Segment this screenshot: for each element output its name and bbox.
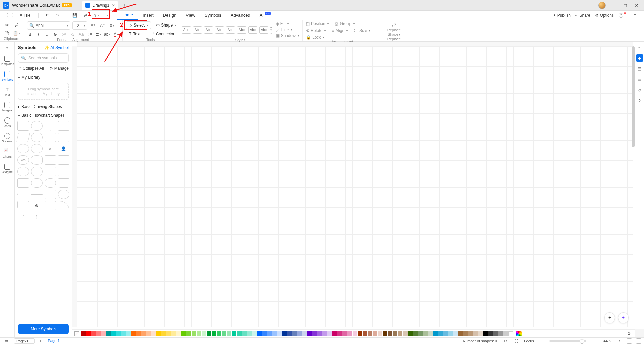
styles-down-icon[interactable]: ▾ — [270, 28, 272, 32]
text-tool[interactable]: TText▾ — [126, 30, 147, 38]
color-swatch[interactable] — [398, 331, 402, 336]
shape-data[interactable] — [16, 133, 30, 142]
color-swatch[interactable] — [337, 331, 342, 336]
ai-symbol-button[interactable]: ✨AI Symbol — [44, 45, 69, 50]
color-swatch[interactable] — [433, 331, 438, 336]
color-swatch[interactable] — [488, 331, 493, 336]
color-swatch[interactable] — [403, 331, 408, 336]
shape-actor[interactable]: ☺ — [45, 144, 56, 153]
color-swatch[interactable] — [101, 331, 106, 336]
color-swatch[interactable] — [342, 331, 347, 336]
mylib-dropzone[interactable]: Drag symbols here to add to My Library — [18, 83, 69, 100]
shape-trap[interactable] — [58, 167, 69, 176]
line-spacing-icon[interactable]: ↕≡ — [87, 31, 93, 38]
page-panel-icon[interactable]: ▤ — [636, 65, 643, 72]
color-swatch[interactable] — [272, 331, 277, 336]
color-swatch[interactable] — [161, 331, 166, 336]
color-swatch[interactable] — [121, 331, 126, 336]
color-swatch[interactable] — [292, 331, 297, 336]
color-swatch[interactable] — [146, 331, 151, 336]
color-swatch[interactable] — [312, 331, 317, 336]
color-swatch[interactable] — [156, 331, 161, 336]
color-swatch[interactable] — [237, 331, 241, 336]
close-tab-icon[interactable]: × — [112, 3, 115, 8]
tab-advanced[interactable]: Advanced — [226, 11, 255, 20]
align-button[interactable]: ≡Align▾ — [332, 28, 348, 33]
shape-rect2[interactable] — [45, 190, 56, 199]
document-tab[interactable]: Drawing1 × — [82, 1, 118, 10]
outline-panel-icon[interactable]: ▭ — [636, 76, 643, 83]
select-tool[interactable]: ▷Select▾ — [126, 21, 151, 29]
more-symbols-button[interactable]: More Symbols — [18, 324, 69, 334]
color-swatch[interactable] — [322, 331, 327, 336]
page-select[interactable]: Page-1 — [14, 338, 35, 344]
collapse-left-icon[interactable]: « — [6, 44, 8, 52]
format-painter-icon[interactable]: 🖌 — [13, 22, 20, 29]
color-swatch[interactable] — [317, 331, 322, 336]
color-swatch[interactable] — [297, 331, 302, 336]
nav-symbols[interactable]: Symbols — [1, 70, 14, 83]
color-swatch[interactable] — [453, 331, 458, 336]
tab-home[interactable]: Home — [117, 11, 138, 20]
style-thumb[interactable]: Abc — [182, 26, 191, 34]
shape-pill[interactable] — [31, 178, 42, 188]
share-button[interactable]: ∞Share — [575, 13, 590, 18]
tab-ai[interactable]: AIhot — [255, 11, 276, 20]
color-swatch[interactable] — [81, 331, 86, 336]
color-swatch[interactable] — [287, 331, 292, 336]
underline-icon[interactable]: U — [44, 31, 50, 38]
shape-ring[interactable] — [58, 190, 69, 199]
tab-insert[interactable]: Insert — [138, 11, 158, 20]
color-swatch[interactable] — [136, 331, 141, 336]
zoom-in-icon[interactable]: ＋ — [590, 338, 598, 344]
color-swatch[interactable] — [197, 331, 201, 336]
align-h-icon[interactable]: ≡▾ — [108, 22, 115, 29]
collapse-ribbon-icon[interactable]: ⌃ — [631, 12, 639, 19]
bold-icon[interactable]: B — [27, 31, 33, 38]
publish-button[interactable]: ✈Publish — [553, 13, 571, 18]
color-swatch[interactable] — [347, 331, 352, 336]
color-swatch[interactable] — [493, 331, 498, 336]
manage-button[interactable]: ⚙Manage — [49, 66, 69, 71]
cut-icon[interactable]: ✂ — [3, 22, 11, 29]
color-swatch[interactable] — [176, 331, 181, 336]
shape-decision[interactable] — [45, 121, 56, 131]
color-swatch[interactable] — [181, 331, 186, 336]
shape-wave[interactable] — [17, 178, 29, 188]
vertical-scrollbar[interactable] — [632, 46, 635, 147]
font-color-icon[interactable]: A▾ — [113, 31, 119, 38]
superscript-icon[interactable]: x² — [61, 31, 67, 38]
color-swatch[interactable] — [498, 331, 503, 336]
color-swatch[interactable] — [503, 331, 508, 336]
color-swatch[interactable] — [463, 331, 468, 336]
color-swatch[interactable] — [277, 331, 282, 336]
shape-yes[interactable]: Yes — [17, 155, 29, 165]
color-swatch[interactable] — [186, 331, 191, 336]
help-panel-icon[interactable]: ? — [636, 97, 643, 105]
color-swatch[interactable] — [478, 331, 483, 336]
shape-line[interactable] — [31, 194, 42, 195]
color-swatch[interactable] — [388, 331, 392, 336]
shape-internal[interactable] — [58, 133, 69, 142]
style-thumb[interactable]: Abc — [193, 26, 202, 34]
color-swatch[interactable] — [353, 331, 357, 336]
color-swatch[interactable] — [262, 331, 267, 336]
shape-terminator[interactable] — [31, 133, 42, 142]
redo-icon[interactable]: ↷ — [54, 12, 61, 19]
font-size-select[interactable]: 12▾ — [72, 21, 87, 30]
section-my-library[interactable]: ▾My Library — [15, 73, 72, 82]
color-swatch[interactable] — [438, 331, 443, 336]
color-swatch[interactable] — [207, 331, 211, 336]
shape-trap2[interactable] — [58, 178, 69, 188]
nav-text[interactable]: TText — [1, 85, 14, 98]
nav-icons[interactable]: Icons — [1, 116, 14, 129]
color-swatch[interactable] — [232, 331, 236, 336]
color-swatch[interactable] — [458, 331, 463, 336]
shape-note[interactable] — [45, 201, 56, 210]
color-swatch[interactable] — [307, 331, 312, 336]
shadow-button[interactable]: ▣Shadow▾ — [276, 33, 299, 38]
color-swatch[interactable] — [141, 331, 146, 336]
color-swatch[interactable] — [363, 331, 367, 336]
nav-images[interactable]: Images — [1, 101, 14, 113]
color-swatch[interactable] — [166, 331, 171, 336]
